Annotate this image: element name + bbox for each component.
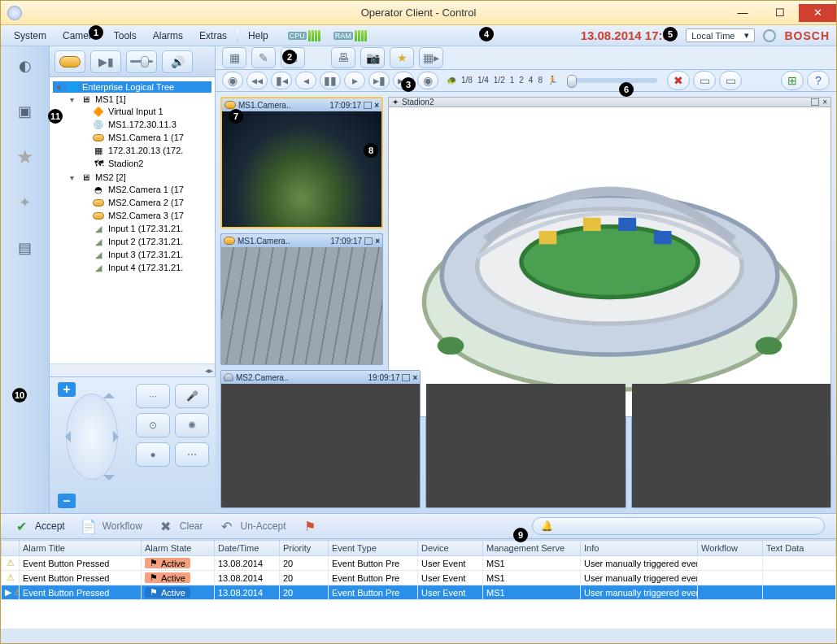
ptz-aux-button[interactable]: ⋯ xyxy=(175,442,209,467)
vt-layout-button[interactable]: ▦ xyxy=(222,47,246,68)
pb-add[interactable]: ⊞ xyxy=(781,71,804,90)
tree-item[interactable]: 🗺Stadion2 xyxy=(79,158,211,169)
pb-step-back[interactable]: ▮◂ xyxy=(271,72,292,89)
ptz-focus-button[interactable]: ⊙ xyxy=(136,413,170,437)
alarm-bell-bar[interactable]: 🔔 xyxy=(532,517,825,535)
col-info[interactable]: Info xyxy=(581,541,698,556)
tree-item[interactable]: ▦172.31.20.13 (172. xyxy=(79,145,211,156)
ptz-rec-button[interactable]: ● xyxy=(136,442,170,467)
tree-playback-button[interactable]: ▶▮ xyxy=(90,50,121,73)
pb-delete[interactable]: ✖ xyxy=(667,71,690,90)
tree-ms2[interactable]: ▾🖥MS2 [2] xyxy=(66,172,211,183)
tile-close-icon[interactable]: × xyxy=(374,101,379,110)
pb-pause[interactable]: ▮▮ xyxy=(320,72,341,89)
tree-item[interactable]: ◢Input 2 (172.31.21. xyxy=(79,236,211,247)
rail-list-icon[interactable]: ▤ xyxy=(14,237,37,259)
vt-export-button[interactable]: ⇲ xyxy=(281,47,305,68)
tree-item[interactable]: MS2.Camera 3 (17 xyxy=(79,210,211,221)
pb-jog-end[interactable]: ◉ xyxy=(417,72,438,89)
cam-tile-ms2-3[interactable]: MS2.Camera.. 19:09:17 × xyxy=(631,370,831,508)
tile-close-icon[interactable]: × xyxy=(822,98,827,107)
tree-item[interactable]: ◢Input 4 (172.31.21. xyxy=(79,262,211,273)
print-icon[interactable] xyxy=(763,29,776,42)
pb-play[interactable]: ▸ xyxy=(344,72,365,89)
tree-root[interactable]: ▾🌐Enterprise Logical Tree xyxy=(53,81,211,93)
tile-close-icon[interactable]: × xyxy=(375,237,380,246)
col-title[interactable]: Alarm Title xyxy=(20,541,142,556)
rail-star-icon[interactable]: ★ xyxy=(14,146,37,168)
tree-item[interactable]: 🔶Virtual Input 1 xyxy=(79,106,211,117)
vt-sequence-button[interactable]: ▦▸ xyxy=(419,47,443,68)
ptz-iris-button[interactable]: ✺ xyxy=(175,413,209,437)
cam-tile-ms1-2[interactable]: 📷 ⏺ ▸ 🔊 MS1.Camera.. 17:09:17 × xyxy=(220,233,383,365)
alarm-row[interactable]: ⚠ Event Button Pressed ⚑Active 13.08.201… xyxy=(2,571,836,585)
rail-globe-icon[interactable]: ◐ xyxy=(14,54,37,77)
tree-item[interactable]: 💿MS1.172.30.11.3 xyxy=(79,119,211,130)
ptz-preset-button[interactable]: ∙∙∙ xyxy=(136,384,170,408)
col-textdata[interactable]: Text Data xyxy=(763,541,836,556)
alarm-workflow-button[interactable]: 📄Workflow xyxy=(80,518,142,534)
col-device[interactable]: Device xyxy=(418,541,483,556)
cam-tile-ms1-1[interactable]: 📷 ⏺ ▸ 🔊 MS1.Camera.. 17:09:17 × xyxy=(220,97,383,228)
pb-step-fwd[interactable]: ▸▮ xyxy=(368,72,390,89)
alarm-accept-button[interactable]: ✔Accept xyxy=(12,518,65,534)
pb-window2[interactable]: ▭ xyxy=(719,71,742,90)
alarm-flag-button[interactable]: ⚑ xyxy=(301,518,319,534)
cam-tile-ms2-2[interactable]: MS2.Camera.. 19:09:17 × xyxy=(425,370,626,508)
alarm-row-selected[interactable]: ▶ ⚠ Event Button Pressed ⚑Active 13.08.2… xyxy=(2,585,836,600)
menu-alarms[interactable]: Alarms xyxy=(146,28,190,43)
map-viewport[interactable] xyxy=(388,107,831,417)
pb-back[interactable]: ◂ xyxy=(295,72,316,89)
tile-max-icon[interactable] xyxy=(364,102,372,109)
menu-tools[interactable]: Tools xyxy=(107,28,143,43)
alarm-header-row[interactable]: Alarm Title Alarm State Date/Time Priori… xyxy=(2,541,836,556)
tree-item[interactable]: MS1.Camera 1 (17 xyxy=(79,132,211,143)
tile-close-icon[interactable]: × xyxy=(412,373,417,382)
alarm-unaccept-button[interactable]: ↶Un-Accept xyxy=(218,518,286,534)
alarm-clear-button[interactable]: ✖Clear xyxy=(157,518,203,534)
logical-tree[interactable]: ▾🌐Enterprise Logical Tree ▾🖥MS1 [1] 🔶Vir… xyxy=(50,77,215,363)
col-state[interactable]: Alarm State xyxy=(142,541,215,556)
menu-camera[interactable]: Camera xyxy=(56,28,104,43)
tree-item[interactable]: ◓MS2.Camera 1 (17 xyxy=(79,184,211,195)
ptz-rose[interactable] xyxy=(56,384,128,490)
tile-max-icon[interactable] xyxy=(811,98,819,106)
pb-ffwd[interactable]: ▸▸ xyxy=(393,72,414,89)
pb-jog-start[interactable]: ◉ xyxy=(222,72,243,89)
pb-rewind[interactable]: ◂◂ xyxy=(246,72,268,89)
tree-zoom-slider[interactable] xyxy=(126,50,157,73)
tree-item[interactable]: MS2.Camera 2 (17 xyxy=(79,197,211,208)
alarm-row[interactable]: ⚠ Event Button Pressed ⚑Active 13.08.201… xyxy=(2,556,836,571)
col-workflow[interactable]: Workflow xyxy=(698,541,763,556)
vt-favorite-button[interactable]: ★ xyxy=(390,47,414,68)
col-priority[interactable]: Priority xyxy=(280,541,329,556)
tile-max-icon[interactable] xyxy=(402,374,410,381)
col-date[interactable]: Date/Time xyxy=(215,541,280,556)
alarm-grid[interactable]: Alarm Title Alarm State Date/Time Priori… xyxy=(1,539,836,629)
tile-max-icon[interactable] xyxy=(364,237,373,245)
tree-camera-button[interactable] xyxy=(54,50,85,73)
col-ms[interactable]: Management Serve xyxy=(483,541,581,556)
ptz-zoom-out[interactable]: – xyxy=(58,494,76,508)
pb-help[interactable]: ? xyxy=(807,71,830,90)
pb-window1[interactable]: ▭ xyxy=(693,71,716,90)
cam-tile-ms2-1[interactable]: 📷 ▸ 🔊 MS2.Camera.. 19:09:17 × xyxy=(220,370,421,508)
speed-track[interactable] xyxy=(567,78,657,83)
minimize-button[interactable]: — xyxy=(724,4,761,22)
map-tile[interactable]: ✦ Stadion2 × xyxy=(388,97,831,365)
rail-camera-icon[interactable]: ▣ xyxy=(14,100,37,123)
menu-system[interactable]: System xyxy=(7,28,53,43)
tree-item[interactable]: ◢Input 3 (172.31.21. xyxy=(79,249,211,260)
vt-snapshot-button[interactable]: 📷 xyxy=(360,47,385,68)
tree-hscrollbar[interactable]: ◂▸ xyxy=(50,363,215,376)
col-icon[interactable] xyxy=(2,541,20,556)
maximize-button[interactable]: ☐ xyxy=(761,4,799,22)
vt-edit-button[interactable]: ✎ xyxy=(251,47,276,68)
close-button[interactable]: ✕ xyxy=(799,4,836,22)
tree-item[interactable]: ◢Input 1 (172.31.21. xyxy=(79,223,211,234)
tree-audio-button[interactable]: 🔊 xyxy=(162,50,193,73)
menu-help[interactable]: Help xyxy=(242,28,275,43)
rail-compass-icon[interactable]: ✦ xyxy=(14,191,37,214)
vt-print-button[interactable]: 🖶 xyxy=(331,47,355,68)
timezone-dropdown[interactable]: Local Time ▾ xyxy=(686,28,755,42)
